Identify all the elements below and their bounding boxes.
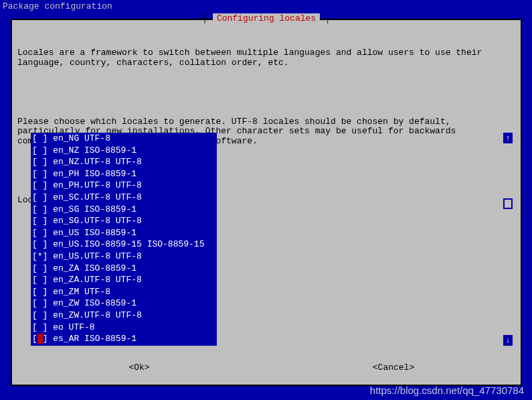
- locale-item[interactable]: [ ] en_NZ.UTF-8 UTF-8: [31, 156, 217, 168]
- border-left: ┤: [202, 13, 213, 23]
- locale-item[interactable]: [ ] en_ZW ISO-8859-1: [31, 297, 217, 310]
- cancel-button[interactable]: <Cancel>: [266, 362, 521, 373]
- locale-item[interactable]: [ ] en_ZM UTF-8: [31, 286, 217, 298]
- locale-item[interactable]: [ ] en_SC.UTF-8 UTF-8: [31, 192, 217, 204]
- locale-item[interactable]: [ ] en_ZA.UTF-8 UTF-8: [31, 274, 217, 286]
- ok-button[interactable]: <Ok>: [12, 362, 266, 373]
- locale-item[interactable]: [ ] en_US.ISO-8859-15 ISO-8859-15: [31, 239, 217, 251]
- locale-item[interactable]: [ ] eo UTF-8: [31, 322, 217, 334]
- dialog-title-wrap: ┤ Configuring locales ├: [12, 13, 521, 23]
- locale-item[interactable]: [ ] en_SG.UTF-8 UTF-8: [31, 215, 217, 227]
- scroll-down-icon[interactable]: ↓: [503, 335, 513, 346]
- scroll-thumb[interactable]: [503, 198, 513, 209]
- locale-item[interactable]: [*] en_US.UTF-8 UTF-8: [31, 251, 217, 263]
- scroll-up-icon[interactable]: ↑: [503, 133, 513, 143]
- watermark: https://blog.csdn.net/qq_47730784: [370, 385, 524, 396]
- dialog-box: ┤ Configuring locales ├ Locales are a fr…: [11, 19, 522, 386]
- dialog-para1: Locales are a framework to switch betwee…: [17, 48, 515, 68]
- button-row: <Ok> <Cancel>: [12, 362, 521, 373]
- border-right: ├: [320, 13, 331, 23]
- locale-item[interactable]: [ ] en_NZ ISO-8859-1: [31, 145, 217, 157]
- locale-item[interactable]: [ ] en_NG UTF-8: [31, 133, 217, 145]
- dialog-title: Configuring locales: [213, 13, 320, 23]
- locale-item[interactable]: [ ] en_ZA ISO-8859-1: [31, 263, 217, 275]
- locale-item[interactable]: [ ] en_SG ISO-8859-1: [31, 204, 217, 216]
- locale-item[interactable]: [ ] en_ZW.UTF-8 UTF-8: [31, 310, 217, 322]
- locale-item[interactable]: [ ] en_PH ISO-8859-1: [31, 168, 217, 180]
- page-header: Package configuration: [0, 0, 532, 13]
- locale-item[interactable]: [ ] en_PH.UTF-8 UTF-8: [31, 180, 217, 192]
- locale-item[interactable]: [ ] es_AR ISO-8859-1: [31, 333, 217, 345]
- locale-listbox[interactable]: [ ] en_NG UTF-8[ ] en_NZ ISO-8859-1[ ] e…: [31, 133, 217, 346]
- locale-item[interactable]: [ ] en_US ISO-8859-1: [31, 227, 217, 239]
